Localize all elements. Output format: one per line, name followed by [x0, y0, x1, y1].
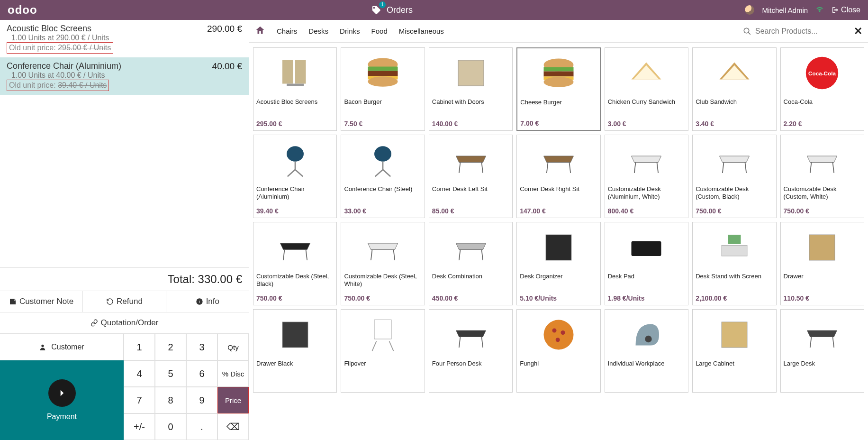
- orders-label[interactable]: Orders: [387, 5, 413, 15]
- signout-icon: [832, 6, 839, 14]
- refund-button[interactable]: Refund: [83, 291, 166, 312]
- svg-rect-9: [368, 71, 398, 76]
- product-card[interactable]: Conference Chair (Steel)33.00 €: [341, 135, 425, 218]
- svg-marker-41: [719, 156, 749, 163]
- customer-note-button[interactable]: Customer Note: [0, 291, 83, 312]
- product-card[interactable]: Large Cabinet: [692, 309, 776, 393]
- svg-rect-57: [632, 241, 661, 257]
- key-dot[interactable]: .: [186, 413, 217, 440]
- product-image: [696, 137, 773, 183]
- key-disc[interactable]: % Disc: [217, 360, 249, 387]
- product-price: 750.00 €: [696, 207, 773, 215]
- product-price: 7.00 €: [520, 119, 597, 127]
- product-price: 450.00 €: [432, 294, 509, 302]
- svg-marker-50: [368, 243, 398, 250]
- svg-line-48: [283, 250, 285, 261]
- svg-line-31: [383, 170, 390, 176]
- svg-rect-59: [722, 246, 747, 257]
- svg-line-39: [634, 163, 636, 174]
- product-card[interactable]: Corner Desk Left Sit85.00 €: [429, 135, 513, 218]
- product-card[interactable]: Individual Workplace: [605, 309, 688, 393]
- key-plusminus[interactable]: +/-: [124, 413, 155, 440]
- order-line[interactable]: Conference Chair (Aluminium)40.00 €1.00 …: [0, 57, 249, 95]
- product-card[interactable]: Drawer110.50 €: [780, 222, 864, 305]
- product-name: Customizable Desk (Custom, Black): [696, 185, 773, 200]
- user-name[interactable]: Mitchell Admin: [762, 6, 808, 14]
- info-button[interactable]: iInfo: [166, 291, 249, 312]
- key-backspace[interactable]: ⌫: [217, 413, 249, 440]
- category-drinks[interactable]: Drinks: [340, 27, 360, 35]
- key-3[interactable]: 3: [186, 334, 217, 360]
- svg-point-68: [543, 320, 573, 350]
- clear-search-icon[interactable]: ✕: [854, 25, 862, 37]
- product-card[interactable]: Cheese Burger7.00 €: [516, 47, 600, 131]
- product-card[interactable]: Customizable Desk (Custom, White)750.00 …: [780, 135, 864, 218]
- product-card[interactable]: Cabinet with Doors140.00 €: [429, 47, 513, 131]
- avatar[interactable]: [745, 5, 754, 15]
- product-card[interactable]: Drawer Black: [253, 309, 337, 393]
- category-chairs[interactable]: Chairs: [277, 27, 297, 35]
- product-name: Acoustic Bloc Screens: [256, 98, 334, 112]
- key-9[interactable]: 9: [186, 387, 217, 413]
- order-line[interactable]: Acoustic Bloc Screens290.00 €1.00 Units …: [0, 20, 249, 57]
- category-miscellaneous[interactable]: Miscellaneous: [399, 27, 444, 35]
- product-card[interactable]: Customizable Desk (Custom, Black)750.00 …: [692, 135, 776, 218]
- key-2[interactable]: 2: [155, 334, 186, 360]
- product-image: [520, 312, 597, 358]
- product-name: Drawer Black: [256, 360, 334, 374]
- category-desks[interactable]: Desks: [308, 27, 328, 35]
- customer-button[interactable]: Customer: [0, 334, 124, 360]
- product-card[interactable]: Funghi: [516, 309, 600, 393]
- product-card[interactable]: Desk Combination450.00 €: [429, 222, 513, 305]
- product-card[interactable]: Club Sandwich3.40 €: [692, 47, 776, 131]
- product-name: Customizable Desk (Steel, Black): [256, 273, 334, 287]
- product-card[interactable]: Chicken Curry Sandwich3.00 €: [605, 47, 688, 131]
- key-0[interactable]: 0: [155, 413, 186, 440]
- product-card[interactable]: Large Desk: [780, 309, 864, 393]
- product-name: Individual Workplace: [608, 360, 685, 374]
- svg-point-3: [744, 28, 749, 33]
- product-price: 33.00 €: [344, 207, 421, 215]
- key-price[interactable]: Price: [217, 387, 249, 413]
- product-card[interactable]: Four Person Desk: [429, 309, 513, 393]
- key-7[interactable]: 7: [124, 387, 155, 413]
- key-1[interactable]: 1: [124, 334, 155, 360]
- payment-label: Payment: [47, 412, 77, 421]
- close-button[interactable]: Close: [832, 6, 860, 14]
- quotation-button[interactable]: Quotation/Order: [0, 312, 249, 333]
- product-name: Large Desk: [784, 360, 861, 374]
- product-card[interactable]: Desk Organizer5.10 €/Units: [516, 222, 600, 305]
- product-card[interactable]: Coca-ColaCoca-Cola2.20 €: [780, 47, 864, 131]
- product-card[interactable]: Customizable Desk (Steel, White)750.00 €: [341, 222, 425, 305]
- product-price: 295.00 €: [256, 120, 334, 128]
- product-card[interactable]: Acoustic Bloc Screens295.00 €: [253, 47, 337, 131]
- orders-button[interactable]: 1: [370, 3, 383, 17]
- key-qty[interactable]: Qty: [217, 334, 249, 360]
- category-food[interactable]: Food: [371, 27, 388, 35]
- payment-arrow-icon: [48, 379, 76, 407]
- product-card[interactable]: Customizable Desk (Aluminium, White)800.…: [605, 135, 688, 218]
- product-card[interactable]: Flipover: [341, 309, 425, 393]
- product-name: Corner Desk Left Sit: [432, 185, 509, 200]
- key-8[interactable]: 8: [155, 387, 186, 413]
- svg-rect-14: [543, 67, 573, 72]
- svg-marker-32: [456, 156, 486, 163]
- search-input[interactable]: [755, 27, 850, 36]
- product-card[interactable]: Desk Stand with Screen2,100.00 €: [692, 222, 776, 305]
- product-price: 750.00 €: [256, 294, 334, 302]
- wifi-icon: [815, 5, 824, 15]
- product-card[interactable]: Corner Desk Right Sit147.00 €: [516, 135, 600, 218]
- home-icon[interactable]: [255, 25, 265, 37]
- key-6[interactable]: 6: [186, 360, 217, 387]
- product-card[interactable]: Customizable Desk (Steel, Black)750.00 €: [253, 222, 337, 305]
- svg-rect-58: [728, 235, 741, 244]
- svg-rect-60: [809, 235, 835, 260]
- svg-line-27: [295, 170, 303, 176]
- product-name: Conference Chair (Aluminium): [256, 185, 334, 200]
- key-4[interactable]: 4: [124, 360, 155, 387]
- product-card[interactable]: Conference Chair (Aluminium)39.40 €: [253, 135, 337, 218]
- payment-button[interactable]: Payment: [0, 360, 124, 440]
- product-card[interactable]: Bacon Burger7.50 €: [341, 47, 425, 131]
- key-5[interactable]: 5: [155, 360, 186, 387]
- product-card[interactable]: Desk Pad1.98 €/Units: [605, 222, 688, 305]
